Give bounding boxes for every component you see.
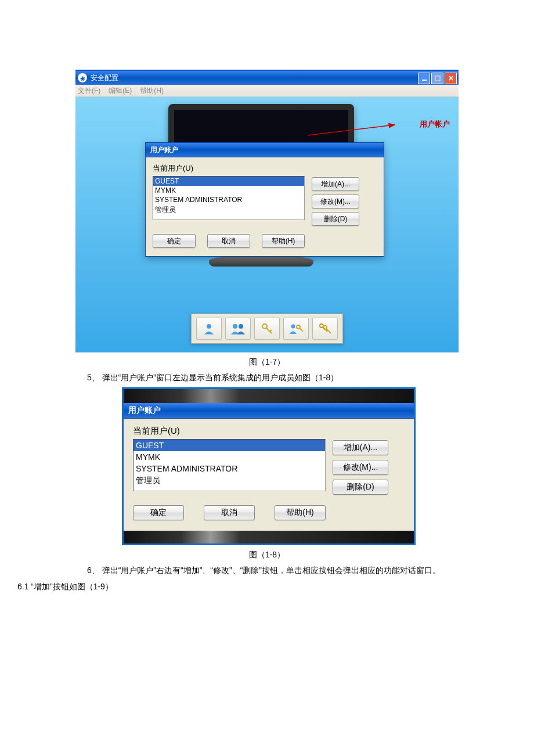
- dock-users-icon[interactable]: [225, 318, 251, 340]
- svg-line-8: [270, 330, 272, 332]
- list-item[interactable]: 管理员: [134, 474, 325, 487]
- dock-user-icon[interactable]: [196, 318, 222, 340]
- cancel-button[interactable]: 取消: [207, 234, 250, 248]
- user-account-dialog: 用户账户 当前用户(U) GUEST MYMK SYSTEM ADMINISTR…: [145, 142, 384, 257]
- help-button[interactable]: 帮助(H): [262, 234, 305, 248]
- menu-bar: 文件(F) 编辑(E) 帮助(H): [75, 85, 459, 97]
- window-titlebar: ◉ 安全配置 ✕: [75, 71, 459, 85]
- list-item[interactable]: SYSTEM ADMINISTRATOR: [134, 463, 325, 474]
- svg-line-11: [300, 328, 303, 332]
- user-listbox[interactable]: GUEST MYMK SYSTEM ADMINISTRATOR 管理员: [133, 439, 326, 491]
- svg-point-9: [291, 325, 295, 329]
- close-button[interactable]: ✕: [445, 73, 457, 84]
- svg-point-5: [239, 324, 243, 329]
- list-item[interactable]: 管理员: [153, 204, 304, 215]
- add-button[interactable]: 增加(A)...: [333, 440, 388, 455]
- dock-user-key-icon[interactable]: [283, 318, 309, 340]
- figure-1-7: ◉ 安全配置 ✕ 文件(F) 编辑(E) 帮助(H) 用户帐户 用户账户: [75, 70, 459, 352]
- paragraph-6-1: 6.1 “增加”按钮如图（1-9）: [17, 580, 377, 594]
- ok-button[interactable]: 确定: [133, 505, 184, 520]
- app-canvas: 用户帐户 用户账户 当前用户(U) GUEST MYMK SYSTEM ADMI…: [75, 97, 459, 352]
- figure-1-8: 用户账户 当前用户(U) GUEST MYMK SYSTEM ADMINISTR…: [122, 387, 416, 545]
- window-title: 安全配置: [91, 73, 118, 83]
- current-user-label: 当前用户(U): [153, 163, 377, 174]
- list-item[interactable]: MYMK: [134, 451, 325, 463]
- figure-caption-1-8: 图（1-8）: [0, 550, 534, 560]
- menu-edit[interactable]: 编辑(E): [109, 86, 132, 96]
- svg-rect-1: [435, 76, 440, 81]
- minimize-button[interactable]: [418, 73, 430, 84]
- user-listbox[interactable]: GUEST MYMK SYSTEM ADMINISTRATOR 管理员: [153, 176, 305, 220]
- list-item[interactable]: MYMK: [153, 186, 304, 195]
- ok-button[interactable]: 确定: [153, 234, 196, 248]
- list-item[interactable]: GUEST: [153, 177, 304, 186]
- current-user-label: 当前用户(U): [133, 426, 405, 437]
- dock-key-icon[interactable]: [254, 318, 280, 340]
- paragraph-5: 5、 弹出“用户账户”窗口左边显示当前系统集成的用户成员如图（1-8）: [87, 371, 447, 385]
- delete-button[interactable]: 删除(D): [333, 480, 388, 495]
- paragraph-6: 6、 弹出“用户账户”右边有“增加”、“修改”、“删除”按钮，单击相应按钮会弹出…: [87, 564, 447, 578]
- help-button[interactable]: 帮助(H): [275, 505, 326, 520]
- svg-point-4: [233, 324, 237, 329]
- toolbar-dock: [191, 314, 343, 344]
- monitor-top-edge: [124, 389, 414, 403]
- app-icon: ◉: [78, 73, 87, 82]
- list-item[interactable]: GUEST: [134, 440, 325, 451]
- dialog-title: 用户账户: [124, 403, 414, 419]
- cancel-button[interactable]: 取消: [204, 505, 255, 520]
- modify-button[interactable]: 修改(M)...: [333, 460, 388, 475]
- annotation-label: 用户帐户: [420, 119, 450, 129]
- menu-file[interactable]: 文件(F): [78, 86, 100, 96]
- list-item[interactable]: SYSTEM ADMINISTRATOR: [153, 195, 304, 204]
- menu-help[interactable]: 帮助(H): [140, 86, 164, 96]
- dialog-title: 用户账户: [146, 143, 384, 157]
- dock-keys-icon[interactable]: [312, 318, 338, 340]
- svg-rect-0: [422, 80, 427, 81]
- monitor-bottom-edge: [124, 531, 414, 543]
- add-button[interactable]: 增加(A)...: [312, 177, 359, 191]
- svg-point-3: [207, 324, 211, 329]
- maximize-button[interactable]: [431, 73, 443, 84]
- delete-button[interactable]: 删除(D): [312, 212, 359, 226]
- modify-button[interactable]: 修改(M)...: [312, 195, 359, 208]
